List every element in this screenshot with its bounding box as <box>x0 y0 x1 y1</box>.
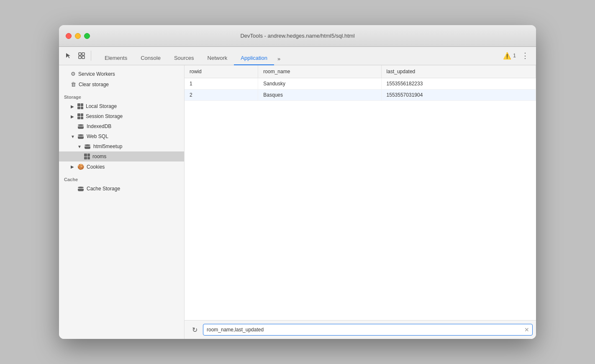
table-row[interactable]: 1Sandusky1553556182233 <box>185 78 536 90</box>
cell-rowid: 1 <box>185 78 258 90</box>
tab-separator <box>91 51 91 61</box>
sidebar-item-clear-storage[interactable]: 🗑 Clear storage <box>59 79 184 90</box>
main-content: ⚙ Service Workers 🗑 Clear storage Storag… <box>59 65 536 339</box>
svg-rect-1 <box>82 53 85 55</box>
sidebar-item-web-sql[interactable]: ▼ Web SQL <box>59 131 184 141</box>
sidebar-item-service-workers[interactable]: ⚙ Service Workers <box>59 69 184 79</box>
expand-arrow: ▶ <box>71 114 75 119</box>
table-row[interactable]: 2Basques1553557031904 <box>185 90 536 101</box>
sidebar-item-label: rooms <box>92 154 106 159</box>
sidebar-item-html5meetup[interactable]: ▼ html5meetup <box>59 141 184 151</box>
tab-bar: Elements Console Sources Network Applica… <box>59 47 536 65</box>
traffic-lights <box>66 33 90 39</box>
data-table: rowid room_name last_updated 1Sandusky15… <box>185 65 536 320</box>
tab-elements[interactable]: Elements <box>98 51 134 65</box>
col-last-updated: last_updated <box>381 65 536 78</box>
grid-icon <box>84 154 90 159</box>
sidebar-item-local-storage[interactable]: ▶ Local Storage <box>59 101 184 111</box>
cache-section-label: Cache <box>59 172 184 184</box>
devtools-window: DevTools - andrew.hedges.name/html5/sql.… <box>59 25 536 339</box>
sidebar-item-label: Cache Storage <box>87 186 120 192</box>
window-title: DevTools - andrew.hedges.name/html5/sql.… <box>240 33 354 39</box>
svg-rect-3 <box>82 56 85 59</box>
tab-console[interactable]: Console <box>134 51 167 65</box>
db-icon <box>77 187 84 191</box>
col-room-name: room_name <box>258 65 381 78</box>
grid-icon <box>77 113 83 119</box>
minimize-button[interactable] <box>75 33 81 39</box>
db-icon <box>77 134 84 139</box>
svg-rect-0 <box>79 53 81 55</box>
sidebar-item-label: Session Storage <box>86 113 123 119</box>
sidebar-item-indexeddb[interactable]: ▶ IndexedDB <box>59 121 184 131</box>
storage-section-label: Storage <box>59 90 184 101</box>
warning-count: 1 <box>513 53 516 59</box>
trash-icon: 🗑 <box>71 81 76 87</box>
tab-overflow[interactable]: » <box>274 52 284 65</box>
db-icon <box>77 124 84 129</box>
tab-network[interactable]: Network <box>201 51 234 65</box>
cookie-icon: 🍪 <box>77 164 84 170</box>
cell-last_updated: 1553557031904 <box>381 90 536 101</box>
expand-arrow: ▶ <box>71 104 75 109</box>
table-header-row: rowid room_name last_updated <box>185 65 536 78</box>
cursor-tool-button[interactable] <box>62 50 74 62</box>
cell-room_name: Basques <box>258 90 381 101</box>
query-bar: ↻ ✕ <box>185 320 536 339</box>
title-bar: DevTools - andrew.hedges.name/html5/sql.… <box>59 25 536 47</box>
gear-icon: ⚙ <box>71 71 76 77</box>
cell-rowid: 2 <box>185 90 258 101</box>
table-area: rowid room_name last_updated 1Sandusky15… <box>185 65 536 339</box>
sidebar-item-rooms[interactable]: rooms <box>59 151 184 161</box>
sidebar-item-label: IndexedDB <box>87 123 111 129</box>
expand-arrow: ▶ <box>71 164 75 169</box>
cell-room_name: Sandusky <box>258 78 381 90</box>
sidebar-item-label: Cookies <box>87 164 105 170</box>
db-icon <box>84 144 91 149</box>
expand-arrow: ▼ <box>71 134 75 139</box>
tab-bar-tools <box>62 50 93 65</box>
close-button[interactable] <box>66 33 72 39</box>
grid-icon <box>77 103 83 109</box>
sidebar-item-label: Web SQL <box>87 133 108 139</box>
sidebar-item-label: Clear storage <box>79 82 109 87</box>
sidebar-item-cache-storage[interactable]: ▶ Cache Storage <box>59 184 184 194</box>
clear-input-button[interactable]: ✕ <box>523 326 531 334</box>
tab-application[interactable]: Application <box>234 51 274 65</box>
svg-rect-2 <box>79 56 81 59</box>
sidebar: ⚙ Service Workers 🗑 Clear storage Storag… <box>59 65 185 339</box>
sidebar-item-cookies[interactable]: ▶ 🍪 Cookies <box>59 161 184 172</box>
warning-badge[interactable]: ⚠️ 1 <box>503 52 516 60</box>
cell-last_updated: 1553556182233 <box>381 78 536 90</box>
tab-bar-right: ⚠️ 1 ⋮ <box>503 50 536 65</box>
sidebar-item-label: html5meetup <box>93 144 122 149</box>
maximize-button[interactable] <box>84 33 90 39</box>
sidebar-item-label: Local Storage <box>86 103 117 109</box>
inspect-button[interactable] <box>76 50 87 62</box>
refresh-button[interactable]: ↻ <box>190 325 200 335</box>
sidebar-item-session-storage[interactable]: ▶ Session Storage <box>59 111 184 121</box>
col-rowid: rowid <box>185 65 258 78</box>
more-options-button[interactable]: ⋮ <box>519 50 531 62</box>
query-input[interactable] <box>203 324 533 336</box>
tab-sources[interactable]: Sources <box>167 51 201 65</box>
sql-results-table: rowid room_name last_updated 1Sandusky15… <box>185 65 536 101</box>
expand-arrow: ▼ <box>77 144 82 149</box>
sidebar-item-label: Service Workers <box>78 71 115 77</box>
